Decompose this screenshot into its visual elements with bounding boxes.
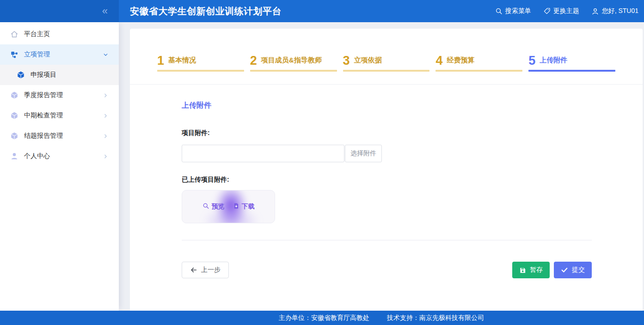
change-theme-button[interactable]: 更换主题 bbox=[543, 7, 579, 15]
step-underline bbox=[250, 70, 337, 72]
sidebar-item-label: 个人中心 bbox=[24, 152, 103, 160]
step-number: 2 bbox=[250, 55, 257, 67]
save-draft-button[interactable]: 暂存 bbox=[512, 262, 550, 278]
attachment-field-label: 项目附件: bbox=[182, 129, 592, 137]
footer-organizer: 主办单位：安徽省教育厅高教处 bbox=[279, 314, 369, 322]
choose-attachment-button[interactable]: 选择附件 bbox=[345, 145, 382, 162]
step-number: 5 bbox=[528, 55, 535, 67]
save-draft-label: 暂存 bbox=[530, 266, 543, 274]
submit-button[interactable]: 提交 bbox=[554, 262, 592, 278]
sidebar-item-label: 平台主页 bbox=[24, 30, 109, 38]
chevron-right-icon bbox=[103, 133, 109, 139]
sidebar-item-label: 申报项目 bbox=[31, 71, 109, 79]
action-button-row: 上一步 暂存 提交 bbox=[182, 262, 592, 278]
user-menu[interactable]: 您好, STU01 bbox=[591, 7, 638, 15]
sidebar-item-label: 结题报告管理 bbox=[24, 132, 103, 140]
header-bar: 安徽省大学生创新创业训练计划平台 搜索菜单 更换主题 bbox=[119, 0, 644, 22]
user-icon bbox=[591, 7, 599, 15]
step-1[interactable]: 1 基本情况 bbox=[157, 55, 244, 84]
preview-link[interactable]: 预览 bbox=[202, 202, 225, 211]
sidebar-item-5[interactable]: 中期检查管理 bbox=[0, 105, 119, 126]
theme-icon bbox=[543, 7, 551, 15]
download-label: 下载 bbox=[242, 202, 255, 211]
check-icon bbox=[561, 266, 568, 274]
preview-label: 预览 bbox=[212, 202, 225, 211]
top-header: « 安徽省大学生创新创业训练计划平台 搜索菜单 更换主题 bbox=[0, 0, 644, 22]
step-5[interactable]: 5 上传附件 bbox=[528, 55, 615, 84]
change-theme-label: 更换主题 bbox=[553, 7, 579, 15]
app-window: « 安徽省大学生创新创业训练计划平台 搜索菜单 更换主题 bbox=[0, 0, 644, 325]
sitemap-icon bbox=[10, 50, 18, 59]
sidebar-item-4[interactable]: 季度报告管理 bbox=[0, 85, 119, 105]
section-title: 上传附件 bbox=[182, 101, 592, 110]
attachment-input[interactable] bbox=[182, 145, 344, 162]
chevron-down-icon bbox=[103, 52, 109, 58]
step-3[interactable]: 3 立项依据 bbox=[343, 55, 430, 84]
sidebar-item-7[interactable]: 个人中心 bbox=[0, 146, 119, 166]
step-underline bbox=[157, 70, 244, 72]
search-menu-button[interactable]: 搜索菜单 bbox=[495, 7, 531, 15]
save-icon bbox=[519, 267, 526, 274]
sidebar-item-label: 立项管理 bbox=[24, 50, 103, 59]
chevron-right-icon bbox=[103, 153, 109, 159]
sidebar: 平台主页 立项管理 申报项目 季度报告管理 中期检查管理 结题报告管理 个人中心 bbox=[0, 22, 119, 311]
uploaded-attachment-label: 已上传项目附件: bbox=[182, 176, 592, 184]
step-label: 项目成员&指导教师 bbox=[261, 56, 322, 67]
uploaded-file-card: 预览 下载 bbox=[182, 190, 275, 223]
previous-step-label: 上一步 bbox=[201, 266, 221, 274]
chevron-right-icon bbox=[103, 92, 109, 98]
step-label: 经费预算 bbox=[447, 56, 474, 67]
magnifier-icon bbox=[202, 202, 209, 211]
footer-support: 技术支持：南京先极科技有限公司 bbox=[387, 314, 484, 322]
divider bbox=[182, 240, 592, 240]
chevron-right-icon bbox=[103, 113, 109, 119]
search-icon bbox=[495, 7, 503, 15]
cube-icon bbox=[10, 91, 18, 99]
sidebar-item-label: 季度报告管理 bbox=[24, 91, 103, 99]
collapse-sidebar-icon[interactable]: « bbox=[102, 6, 107, 16]
step-4[interactable]: 4 经费预算 bbox=[435, 55, 522, 84]
step-number: 3 bbox=[343, 55, 350, 67]
download-file-icon bbox=[233, 202, 239, 211]
sidebar-header: « bbox=[0, 0, 119, 22]
sidebar-item-label: 中期检查管理 bbox=[24, 111, 103, 120]
step-underline bbox=[343, 70, 430, 72]
step-label: 基本情况 bbox=[168, 56, 196, 67]
app-title: 安徽省大学生创新创业训练计划平台 bbox=[130, 5, 282, 18]
step-number: 1 bbox=[157, 55, 164, 67]
previous-step-button[interactable]: 上一步 bbox=[182, 262, 229, 278]
user-greeting: 您好, STU01 bbox=[602, 7, 638, 15]
submit-group: 暂存 提交 bbox=[512, 262, 592, 278]
cube-icon bbox=[10, 132, 18, 140]
main-content: 1 基本情况 2 项目成员&指导教师 3 立项依据 4 经费预算 5 上传附件 … bbox=[119, 22, 644, 311]
step-underline bbox=[528, 70, 615, 72]
step-underline bbox=[435, 70, 522, 72]
arrow-left-icon bbox=[190, 266, 197, 274]
content-card: 1 基本情况 2 项目成员&指导教师 3 立项依据 4 经费预算 5 上传附件 … bbox=[130, 29, 643, 311]
home-icon bbox=[10, 30, 18, 38]
cube-blue-icon bbox=[17, 71, 25, 79]
sidebar-item-6[interactable]: 结题报告管理 bbox=[0, 126, 119, 146]
sidebar-item-2[interactable]: 立项管理 bbox=[0, 44, 119, 65]
step-2[interactable]: 2 项目成员&指导教师 bbox=[250, 55, 337, 84]
sidebar-item-3[interactable]: 申报项目 bbox=[0, 65, 119, 85]
step-label: 立项依据 bbox=[354, 56, 382, 67]
cube-icon bbox=[10, 111, 18, 120]
upload-form: 上传附件 项目附件: 选择附件 已上传项目附件: 预览 bbox=[130, 85, 643, 278]
search-menu-label: 搜索菜单 bbox=[505, 7, 531, 15]
user-icon bbox=[10, 152, 18, 160]
step-label: 上传附件 bbox=[540, 56, 567, 67]
download-link[interactable]: 下载 bbox=[233, 202, 255, 211]
header-actions: 搜索菜单 更换主题 您好, STU01 bbox=[495, 7, 638, 15]
attachment-upload-row: 选择附件 bbox=[182, 145, 592, 162]
step-number: 4 bbox=[435, 55, 442, 67]
footer: 主办单位：安徽省教育厅高教处 技术支持：南京先极科技有限公司 bbox=[0, 311, 644, 325]
sidebar-item-1[interactable]: 平台主页 bbox=[0, 24, 119, 44]
step-nav: 1 基本情况 2 项目成员&指导教师 3 立项依据 4 经费预算 5 上传附件 bbox=[130, 29, 643, 85]
submit-label: 提交 bbox=[572, 266, 585, 274]
